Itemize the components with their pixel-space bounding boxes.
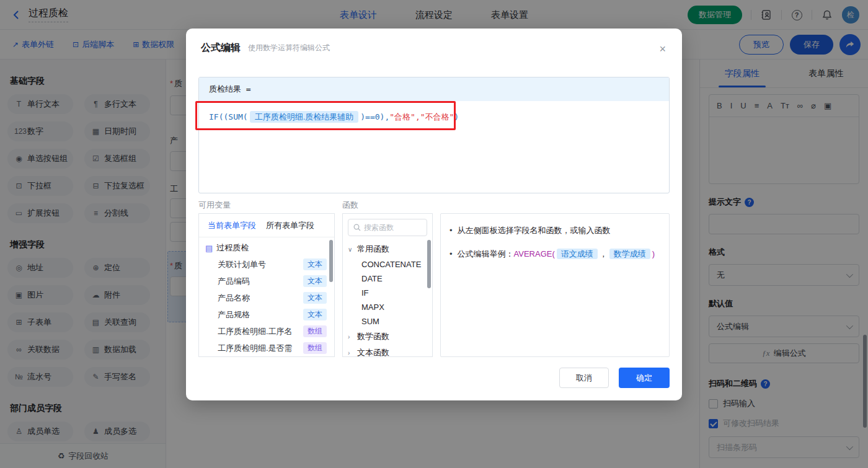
formula-code: IF((SUM( [209, 112, 248, 121]
variables-panel: 当前表单字段 所有表单字段 ▤ 过程质检 关联计划单号 文本 产品编码 文本 产… [198, 213, 335, 357]
variable-row[interactable]: 产品名称 文本 [199, 289, 334, 306]
variable-row[interactable]: 产品编码 文本 [199, 273, 334, 289]
formula-string: "合格" [389, 112, 415, 121]
search-input[interactable] [364, 223, 420, 232]
function-item[interactable]: DATE [343, 272, 432, 286]
scrollbar-thumb[interactable] [329, 240, 333, 282]
example-function-name: AVERAGE( [514, 249, 555, 258]
variable-row[interactable]: 工序质检明细.是否需... 数组 [199, 340, 334, 356]
modal-subtitle: 使用数学运算符编辑公式 [248, 43, 330, 53]
example-field-token: 语文成绩 [557, 249, 598, 259]
bullet-icon: • [450, 224, 453, 237]
type-badge: 数组 [303, 342, 327, 354]
formula-help-panel: • 从左侧面板选择字段名和函数，或输入函数 • 公式编辑举例：AVERAGE(语… [440, 213, 670, 357]
function-item[interactable]: CONCATENATE [343, 257, 432, 272]
function-item[interactable]: IF [343, 286, 432, 300]
scrollbar-thumb[interactable] [427, 240, 431, 288]
function-search[interactable] [348, 219, 427, 236]
form-tree-root[interactable]: ▤ 过程质检 [199, 237, 334, 256]
type-badge: 文本 [303, 275, 327, 287]
type-badge: 文本 [303, 258, 327, 270]
tab-all-form-fields[interactable]: 所有表单字段 [266, 220, 314, 231]
help-tip-2: 公式编辑举例：AVERAGE(语文成绩，数学成绩) [458, 247, 655, 261]
cancel-button[interactable]: 取消 [559, 368, 609, 388]
functions-section-label: 函数 [342, 200, 358, 211]
document-icon: ▤ [205, 244, 213, 253]
variable-row[interactable]: 关联计划单号 文本 [199, 256, 334, 273]
close-icon[interactable]: × [659, 43, 666, 55]
function-group-text[interactable]: › 文本函数 [343, 345, 432, 357]
type-badge: 文本 [303, 292, 327, 304]
caret-down-icon: ∨ [348, 246, 354, 253]
function-item[interactable]: MAPX [343, 300, 432, 314]
formula-edit-modal: 公式编辑 使用数学运算符编辑公式 × 质检结果 = IF((SUM(工序质检明细… [186, 29, 682, 400]
formula-expression[interactable]: IF((SUM(工序质检明细.质检结果辅助)==0),"合格","不合格") [199, 101, 669, 133]
functions-panel: ∨ 常用函数 CONCATENATEDATEIFMAPXSUM › 数学函数 ›… [342, 213, 433, 357]
tab-current-form-fields[interactable]: 当前表单字段 [208, 220, 256, 231]
function-list: CONCATENATEDATEIFMAPXSUM [343, 257, 432, 329]
variable-row[interactable]: 产品规格 文本 [199, 306, 334, 323]
help-tip-1: 从左侧面板选择字段名和函数，或输入函数 [458, 224, 611, 237]
formula-editor[interactable]: 质检结果 = IF((SUM(工序质检明细.质检结果辅助)==0),"合格","… [198, 77, 670, 193]
function-item[interactable]: SUM [343, 314, 432, 329]
variable-row[interactable]: 工序质检明细.工序名称 数组 [199, 323, 334, 340]
bullet-icon: • [450, 247, 453, 261]
formula-target: 质检结果 = [199, 77, 669, 101]
caret-right-icon: › [348, 333, 354, 340]
modal-title: 公式编辑 [201, 42, 241, 55]
example-field-token: 数学成绩 [609, 249, 650, 259]
variables-list: 关联计划单号 文本 产品编码 文本 产品名称 文本 产品规格 文本 [199, 256, 334, 356]
field-token[interactable]: 工序质检明细.质检结果辅助 [250, 111, 359, 123]
type-badge: 文本 [303, 309, 327, 320]
caret-right-icon: › [348, 350, 354, 356]
type-badge: 数组 [303, 325, 327, 337]
function-group-common[interactable]: ∨ 常用函数 [343, 241, 432, 257]
variables-section-label: 可用变量 [198, 200, 231, 211]
function-group-math[interactable]: › 数学函数 [343, 329, 432, 345]
formula-string: "不合格" [420, 112, 454, 121]
confirm-button[interactable]: 确定 [619, 368, 670, 388]
search-icon [353, 224, 361, 231]
